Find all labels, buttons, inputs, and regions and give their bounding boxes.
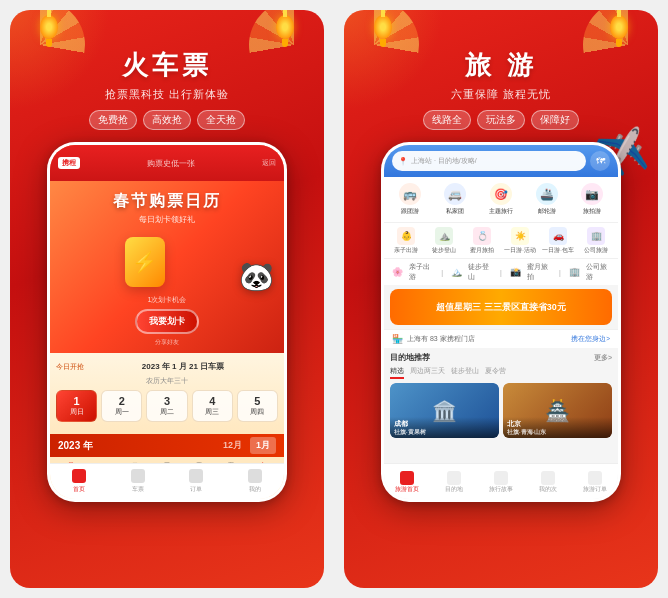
nav-item-photo[interactable]: 📷 旅拍游 — [570, 183, 614, 216]
partner-text-4: 公司旅游 — [586, 262, 610, 282]
left-phone-mockup: 携程 购票史低一张 返回 春节购票日历 每日划卡领好礼 ⚡ 🐼 1次划卡机会 我 — [47, 142, 287, 502]
cal-label-2: 周一 — [115, 407, 129, 417]
left-nav-me-label: 我的 — [249, 485, 261, 494]
left-nav-home[interactable]: 首页 — [50, 464, 109, 499]
left-panel: 火车票 抢票黑科技 出行新体验 免费抢 高效抢 全天抢 携程 购票史低一张 返回… — [10, 10, 324, 588]
dest-tab-0[interactable]: 精选 — [390, 366, 404, 379]
top-nav-extra: 返回 — [262, 158, 276, 168]
biz-tour-icon: 🏢 — [587, 227, 605, 245]
nav-item-cartrip[interactable]: 🚗 一日游·包车 — [540, 227, 576, 254]
r-me-icon — [541, 471, 555, 485]
right-search-bar[interactable]: 📍 上海站 · 目的地/攻略/ — [392, 151, 586, 171]
partner-icon-4: 🏢 — [569, 267, 580, 277]
right-phone-header: 📍 上海站 · 目的地/攻略/ 🗺 — [384, 145, 618, 177]
r-dest-icon — [447, 471, 461, 485]
partner-icon-2: 🏔️ — [451, 267, 462, 277]
right-panel: ✈️ 旅 游 六重保障 旅程无忧 线路全 玩法多 保障好 📍 上海站 · 目的地… — [344, 10, 658, 588]
right-nav-order[interactable]: 旅游订单 — [571, 464, 618, 499]
partner-text-3: 蜜月旅拍 — [527, 262, 551, 282]
right-tag-2: 保障好 — [531, 110, 579, 130]
dest-tab-3[interactable]: 夏令营 — [485, 366, 506, 379]
header-map-btn[interactable]: 🗺 — [590, 151, 610, 171]
right-nav-dest[interactable]: 目的地 — [431, 464, 478, 499]
cal-day-5[interactable]: 5 周四 — [237, 390, 278, 422]
right-header: 旅 游 六重保障 旅程无忧 线路全 玩法多 保障好 — [344, 10, 658, 130]
share-text: 分享好友 — [60, 338, 274, 347]
nav-item-hike[interactable]: ⛰️ 徒步登山 — [426, 227, 462, 254]
cal-label-4: 周三 — [205, 407, 219, 417]
left-nav-search[interactable]: 车票 — [109, 464, 168, 499]
promo-banner[interactable]: 超值星期三 三三景区直接省30元 — [390, 289, 612, 325]
left-nav-order[interactable]: 订单 — [167, 464, 226, 499]
left-tag-2: 全天抢 — [197, 110, 245, 130]
right-title: 旅 游 — [344, 48, 658, 83]
mascot-icon: 🐼 — [239, 260, 274, 293]
honeymoon-label: 蜜月旅拍 — [470, 247, 494, 254]
cal-num-2: 2 — [119, 395, 125, 407]
chance-text: 1次划卡机会 — [60, 295, 274, 305]
left-nav-home-label: 首页 — [73, 485, 85, 494]
r-story-icon — [494, 471, 508, 485]
nav-item-cruise[interactable]: 🚢 邮轮游 — [525, 183, 569, 216]
search-pin-icon: 📍 — [398, 157, 408, 166]
r-order-icon — [588, 471, 602, 485]
nav-item-child[interactable]: 👶 亲子出游 — [388, 227, 424, 254]
dest-title: 目的地推荐 — [390, 352, 430, 363]
dest-tab-1[interactable]: 周边两三天 — [410, 366, 445, 379]
group-tour-label: 跟团游 — [401, 207, 419, 216]
chengdu-name: 成都 — [394, 419, 495, 429]
cal-num-5: 5 — [254, 395, 260, 407]
dest-more[interactable]: 更多> — [594, 353, 612, 363]
month-tab-12[interactable]: 12月 — [217, 437, 248, 454]
calendar-section: 今日开抢 2023 年 1 月 21 日车票 农历大年三十 1 周日 2 周一 — [50, 353, 284, 434]
right-subtitle: 六重保障 旅程无忧 — [344, 87, 658, 102]
card-button[interactable]: 我要划卡 — [135, 309, 199, 334]
right-tag-1: 玩法多 — [477, 110, 525, 130]
cal-day-4[interactable]: 4 周三 — [192, 390, 233, 422]
left-tag-0: 免费抢 — [89, 110, 137, 130]
left-top-nav-text: 购票史低一张 — [84, 158, 258, 169]
left-phone-topbar: 携程 购票史低一张 返回 — [50, 145, 284, 181]
dest-tabs: 精选 周边两三天 徒步登山 夏令营 — [390, 366, 612, 379]
r-me-label: 我的次 — [539, 486, 557, 493]
honeymoon-icon: 💍 — [473, 227, 491, 245]
home-nav-icon — [72, 469, 86, 483]
right-nav-home[interactable]: 旅游首页 — [384, 464, 431, 499]
left-phone-content: 携程 购票史低一张 返回 春节购票日历 每日划卡领好礼 ⚡ 🐼 1次划卡机会 我 — [50, 145, 284, 499]
hike-label: 徒步登山 — [432, 247, 456, 254]
left-nav-me[interactable]: 我的 — [226, 464, 285, 499]
group-tour-icon: 🚌 — [399, 183, 421, 205]
private-tour-label: 私家团 — [446, 207, 464, 216]
r-order-label: 旅游订单 — [583, 486, 607, 493]
year-bar: 2023 年 12月 1月 — [50, 434, 284, 457]
nav-icons-row1: 🚌 跟团游 🚐 私家团 🎯 主题旅行 🚢 邮轮游 — [384, 177, 618, 222]
left-nav-order-label: 订单 — [190, 485, 202, 494]
dest-card-beijing[interactable]: 🏯 北京 社旗·青海·山东 — [503, 383, 612, 438]
dest-card-chengdu[interactable]: 🏛️ 成都 社旗·黄果树 — [390, 383, 499, 438]
dest-tab-2[interactable]: 徒步登山 — [451, 366, 479, 379]
cal-day-3[interactable]: 3 周二 — [146, 390, 187, 422]
nav-item-theme[interactable]: 🎯 主题旅行 — [479, 183, 523, 216]
cal-day-1[interactable]: 1 周日 — [56, 390, 97, 422]
nav-item-group[interactable]: 🚌 跟团游 — [388, 183, 432, 216]
month-tab-1[interactable]: 1月 — [250, 437, 276, 454]
nav-item-private[interactable]: 🚐 私家团 — [434, 183, 478, 216]
cal-label-1: 周日 — [70, 407, 84, 417]
right-tag-0: 线路全 — [423, 110, 471, 130]
store-link[interactable]: 携在您身边> — [571, 335, 610, 344]
nav-item-honeymoon[interactable]: 💍 蜜月旅拍 — [464, 227, 500, 254]
cal-day-2[interactable]: 2 周一 — [101, 390, 142, 422]
right-nav-me[interactable]: 我的次 — [524, 464, 571, 499]
right-phone-content: 📍 上海站 · 目的地/攻略/ 🗺 🚌 跟团游 🚐 私家团 — [384, 145, 618, 499]
cal-label-5: 周四 — [250, 407, 264, 417]
child-tour-label: 亲子出游 — [394, 247, 418, 254]
theme-tour-label: 主题旅行 — [489, 207, 513, 216]
today-label: 今日开抢 — [56, 362, 84, 372]
nav-item-biz[interactable]: 🏢 公司旅游 — [578, 227, 614, 254]
photo-tour-label: 旅拍游 — [583, 207, 601, 216]
left-tags: 免费抢 高效抢 全天抢 — [10, 110, 324, 130]
nav-item-daytrip[interactable]: ☀️ 一日游·活动 — [502, 227, 538, 254]
promo-text: 超值星期三 三三景区直接省30元 — [436, 301, 566, 314]
right-nav-story[interactable]: 旅行故事 — [478, 464, 525, 499]
dest-cards: 🏛️ 成都 社旗·黄果树 — [390, 383, 612, 438]
